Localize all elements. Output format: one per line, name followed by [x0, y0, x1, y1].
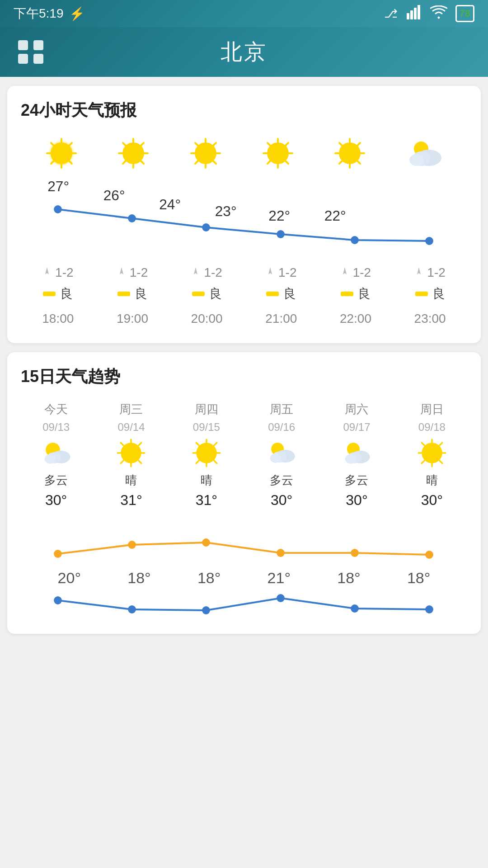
svg-line-11: [69, 143, 72, 146]
hourly-col-1: 1-2 良 19:00: [117, 265, 148, 326]
trend-date-2: 09/15: [193, 421, 220, 434]
hourly-icon-3: [260, 135, 296, 173]
air-label-3: 良: [283, 285, 296, 302]
svg-point-113: [277, 549, 285, 557]
svg-line-81: [139, 461, 141, 463]
svg-line-108: [439, 443, 442, 445]
svg-line-19: [141, 161, 144, 164]
wind-3: 1-2: [266, 265, 296, 280]
svg-marker-69: [343, 267, 347, 274]
svg-point-61: [202, 223, 210, 231]
hourly-icon-2: [188, 135, 224, 173]
trend-day-0: 今天: [44, 401, 68, 417]
trend-icon-0: [40, 437, 72, 469]
trend-section-title: 15日天气趋势: [21, 366, 467, 388]
svg-line-47: [357, 143, 360, 146]
svg-line-9: [51, 143, 54, 146]
trend-desc-2: 晴: [201, 472, 212, 488]
wind-label-4: 1-2: [353, 265, 371, 280]
svg-rect-0: [407, 13, 409, 19]
trend-forecast-card: 15日天气趋势 今天 09/13 多云 30° 周三 09/14: [7, 352, 481, 634]
svg-line-30: [195, 161, 198, 164]
svg-point-63: [351, 236, 359, 244]
svg-text:27°: 27°: [47, 178, 69, 194]
svg-line-20: [141, 143, 144, 146]
menu-dot-2: [33, 40, 43, 50]
svg-point-62: [277, 230, 285, 238]
app-header: 北京: [0, 27, 488, 77]
svg-point-100: [345, 454, 357, 464]
trend-desc-3: 多云: [270, 472, 293, 488]
trend-high-3: 30°: [271, 492, 292, 509]
status-right: ⎇ 78: [384, 4, 474, 24]
svg-line-18: [123, 143, 126, 146]
wind-label-0: 1-2: [55, 265, 73, 280]
menu-button[interactable]: [18, 40, 45, 64]
svg-line-28: [213, 161, 216, 164]
svg-line-90: [214, 461, 216, 463]
svg-line-21: [123, 161, 126, 164]
trend-date-3: 09/16: [268, 421, 295, 434]
trend-date-1: 09/14: [117, 421, 145, 434]
svg-text:22°: 22°: [324, 208, 346, 224]
svg-point-110: [54, 550, 62, 558]
svg-rect-1: [410, 10, 413, 19]
trend-icon-2: [191, 437, 222, 469]
air-5: 良: [415, 285, 445, 302]
svg-point-121: [425, 605, 433, 613]
wind-1: 1-2: [117, 265, 148, 280]
wifi-icon: [430, 5, 447, 22]
air-label-5: 良: [432, 285, 445, 302]
trend-low-4: 18°: [337, 569, 360, 587]
svg-line-48: [339, 161, 342, 164]
air-label-4: 良: [358, 285, 371, 302]
trend-day-5: 周日: [420, 401, 444, 417]
svg-line-106: [422, 443, 424, 445]
svg-point-119: [277, 594, 285, 602]
air-2: 良: [192, 285, 222, 302]
signal-icon: [406, 4, 422, 24]
hourly-icon-4: [332, 135, 368, 173]
svg-text:23°: 23°: [215, 203, 237, 219]
svg-line-89: [196, 443, 199, 445]
air-dot-0: [43, 292, 56, 296]
lightning-icon: ⚡: [69, 6, 85, 21]
hourly-icon-5: [404, 135, 445, 173]
air-dot-5: [415, 292, 428, 296]
time-4: 22:00: [340, 311, 371, 326]
trend-date-5: 09/18: [418, 421, 446, 434]
city-title: 北京: [221, 38, 267, 66]
svg-point-116: [54, 596, 62, 604]
trend-desc-4: 多云: [345, 472, 368, 488]
hourly-col-0: 1-2 良 18:00: [42, 265, 74, 326]
trend-desc-0: 多云: [44, 472, 68, 488]
bluetooth-icon: ⎇: [384, 7, 398, 21]
trend-high-chart: [21, 518, 467, 563]
trend-day-1: 周三: [119, 401, 143, 417]
svg-point-115: [425, 551, 433, 559]
svg-line-45: [339, 143, 342, 146]
time-2: 20:00: [191, 311, 223, 326]
svg-line-37: [286, 161, 288, 164]
svg-line-80: [121, 443, 124, 445]
svg-point-117: [128, 605, 136, 613]
time-3: 21:00: [265, 311, 297, 326]
svg-point-120: [351, 604, 359, 613]
trend-col-5: 周日 09/18 晴 30°: [397, 401, 467, 509]
air-0: 良: [43, 285, 73, 302]
svg-line-36: [267, 143, 270, 146]
trend-desc-1: 晴: [125, 472, 137, 488]
wind-label-2: 1-2: [204, 265, 222, 280]
trend-day-3: 周五: [270, 401, 293, 417]
svg-point-114: [351, 549, 359, 557]
trend-day-2: 周四: [195, 401, 218, 417]
svg-point-118: [202, 606, 210, 614]
wind-label-5: 1-2: [427, 265, 445, 280]
wind-label-3: 1-2: [278, 265, 296, 280]
svg-marker-67: [194, 267, 197, 274]
trend-grid: 今天 09/13 多云 30° 周三 09/14: [21, 401, 467, 509]
trend-date-4: 09/17: [343, 421, 370, 434]
trend-col-0: 今天 09/13 多云 30°: [21, 401, 91, 509]
svg-line-38: [286, 143, 288, 146]
svg-point-60: [128, 214, 136, 222]
